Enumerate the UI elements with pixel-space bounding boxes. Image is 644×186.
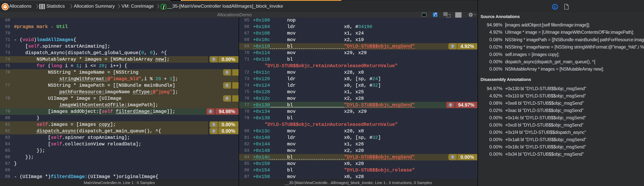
svg-text:E: E: [554, 5, 556, 9]
